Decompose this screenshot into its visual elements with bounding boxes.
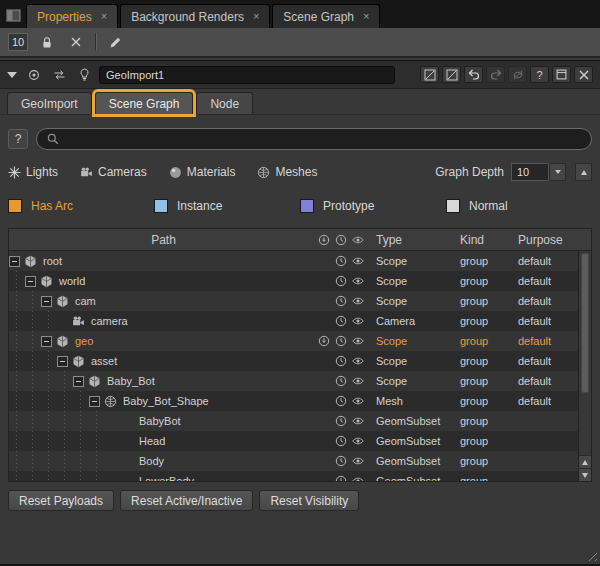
clock-icon[interactable]: [335, 435, 347, 447]
search-help-button[interactable]: ?: [8, 129, 28, 149]
clock-icon[interactable]: [335, 295, 347, 307]
table-row-asset[interactable]: assetScopegroupdefault: [9, 351, 578, 371]
path-cell: camera: [9, 311, 318, 331]
column-header-type[interactable]: Type: [376, 233, 460, 247]
tree-guide: [57, 431, 73, 451]
wedge-expand-icon[interactable]: [420, 66, 439, 83]
parameter-count[interactable]: 10: [8, 33, 28, 51]
sync-arrows-icon[interactable]: [49, 65, 69, 85]
expander-icon[interactable]: [73, 376, 84, 387]
clear-all-icon[interactable]: [66, 32, 86, 52]
eye-icon[interactable]: [352, 475, 364, 481]
bulb-icon[interactable]: [74, 65, 94, 85]
eye-icon[interactable]: [352, 375, 364, 387]
redo-icon[interactable]: [486, 66, 505, 83]
clock-icon[interactable]: [335, 475, 347, 481]
payload-icon[interactable]: [318, 335, 330, 347]
tab-scene-graph[interactable]: Scene Graph: [95, 92, 194, 114]
graph-depth-value[interactable]: 10: [511, 163, 549, 181]
clock-icon[interactable]: [335, 415, 347, 427]
revert-icon[interactable]: [508, 66, 527, 83]
node-name-field[interactable]: [99, 66, 395, 84]
help-icon[interactable]: ?: [530, 66, 549, 83]
tab-close-icon[interactable]: ×: [363, 11, 369, 22]
wedge-collapse-icon[interactable]: [442, 66, 461, 83]
table-row-cam[interactable]: camScopegroupdefault: [9, 291, 578, 311]
window-tab-background-renders[interactable]: Background Renders×: [120, 4, 270, 28]
clock-icon[interactable]: [335, 355, 347, 367]
reset-button-reset-visibility[interactable]: Reset Visibility: [259, 490, 359, 511]
window-tab-scene-graph[interactable]: Scene Graph×: [272, 4, 380, 28]
expander-icon[interactable]: [41, 336, 52, 347]
table-row-world[interactable]: worldScopegroupdefault: [9, 271, 578, 291]
lock-icon[interactable]: [37, 32, 57, 52]
window-tab-properties[interactable]: Properties×: [26, 4, 118, 28]
scrollbar-thumb[interactable]: [581, 253, 589, 393]
clock-icon[interactable]: [335, 375, 347, 387]
close-icon[interactable]: [574, 66, 593, 83]
tab-close-icon[interactable]: ×: [101, 11, 107, 22]
tree-guide: [73, 391, 89, 411]
eye-icon[interactable]: [352, 275, 364, 287]
expander-icon[interactable]: [41, 296, 52, 307]
clock-icon[interactable]: [335, 275, 347, 287]
clock-icon[interactable]: [335, 315, 347, 327]
search-field[interactable]: [36, 128, 592, 150]
filter-meshes[interactable]: Meshes: [257, 165, 317, 179]
table-row-camera[interactable]: cameraCameragroupdefault: [9, 311, 578, 331]
eye-icon[interactable]: [352, 355, 364, 367]
eye-icon[interactable]: [352, 255, 364, 267]
search-input[interactable]: [66, 133, 581, 145]
eye-icon[interactable]: [352, 395, 364, 407]
edit-pencil-icon[interactable]: [105, 32, 125, 52]
reset-button-reset-payloads[interactable]: Reset Payloads: [8, 490, 114, 511]
payload-column-icon[interactable]: [318, 234, 330, 246]
tab-geoimport[interactable]: GeoImport: [7, 92, 92, 114]
clock-icon[interactable]: [335, 455, 347, 467]
filter-cameras[interactable]: Cameras: [80, 165, 147, 179]
eye-icon[interactable]: [352, 435, 364, 447]
column-header-path[interactable]: Path: [9, 229, 318, 250]
node-badge-icon[interactable]: [24, 65, 44, 85]
graph-depth-increase[interactable]: [575, 163, 592, 181]
column-header-purpose[interactable]: Purpose: [518, 233, 578, 247]
table-row-root[interactable]: rootScopegroupdefault: [9, 251, 578, 271]
scroll-up-button[interactable]: [579, 455, 591, 468]
tab-close-icon[interactable]: ×: [253, 11, 259, 22]
float-panel-icon[interactable]: [552, 66, 571, 83]
pane-icon[interactable]: [5, 8, 21, 22]
graph-depth-dropdown[interactable]: [549, 163, 566, 181]
table-scrollbar[interactable]: [578, 251, 591, 481]
table-row-babybot[interactable]: BabyBotGeomSubsetgroup: [9, 411, 578, 431]
tree-guide: [89, 411, 105, 431]
clock-column-icon[interactable]: [335, 234, 347, 246]
eye-column-icon[interactable]: [352, 234, 364, 246]
filter-lights[interactable]: Lights: [8, 165, 58, 179]
table-row-body[interactable]: BodyGeomSubsetgroup: [9, 451, 578, 471]
table-row-geo[interactable]: geoScopegroupdefault: [9, 331, 578, 351]
eye-icon[interactable]: [352, 335, 364, 347]
reset-button-reset-active-inactive[interactable]: Reset Active/Inactive: [120, 490, 253, 511]
payload-slot: [318, 295, 330, 307]
table-row-baby-bot-shape[interactable]: Baby_Bot_ShapeMeshgroupdefault: [9, 391, 578, 411]
expander-icon[interactable]: [57, 356, 68, 367]
undo-icon[interactable]: [464, 66, 483, 83]
column-header-kind[interactable]: Kind: [460, 233, 518, 247]
clock-icon[interactable]: [335, 255, 347, 267]
tab-node[interactable]: Node: [196, 92, 253, 114]
expander-icon[interactable]: [9, 256, 20, 267]
expander-icon[interactable]: [25, 276, 36, 287]
table-row-head[interactable]: HeadGeomSubsetgroup: [9, 431, 578, 451]
eye-icon[interactable]: [352, 315, 364, 327]
clock-icon[interactable]: [335, 395, 347, 407]
clock-icon[interactable]: [335, 335, 347, 347]
scroll-down-button[interactable]: [579, 468, 591, 481]
eye-icon[interactable]: [352, 415, 364, 427]
table-row-lowerbody[interactable]: LowerBodyGeomSubsetgroup: [9, 471, 578, 481]
collapse-triangle-icon[interactable]: [7, 72, 17, 78]
table-row-baby-bot[interactable]: Baby_BotScopegroupdefault: [9, 371, 578, 391]
filter-materials[interactable]: Materials: [169, 165, 236, 179]
eye-icon[interactable]: [352, 455, 364, 467]
eye-icon[interactable]: [352, 295, 364, 307]
expander-icon[interactable]: [89, 396, 100, 407]
